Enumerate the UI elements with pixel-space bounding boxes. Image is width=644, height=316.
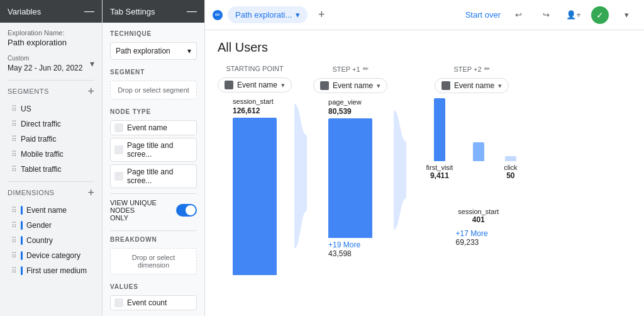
session-start-bar xyxy=(233,118,277,275)
checkmark-icon: ✓ xyxy=(596,10,604,20)
node-type-label: Page title and scree... xyxy=(127,141,192,159)
chevron-down-icon: ▾ xyxy=(281,81,285,89)
variables-header: Variables — xyxy=(0,0,102,23)
start-over-button[interactable]: Start over xyxy=(465,10,501,20)
dimension-color-bar xyxy=(21,251,23,260)
add-tab-button[interactable]: + xyxy=(313,6,330,24)
page-view-value: 80,539 xyxy=(328,107,372,116)
values-label: VALUES xyxy=(110,283,197,290)
chevron-down-icon[interactable]: ▾ xyxy=(90,59,94,69)
node-icon xyxy=(320,81,329,90)
session-start-bar2 xyxy=(473,142,484,161)
tab-settings-content: TECHNIQUE Path exploration ▾ SEGMENT Dro… xyxy=(103,23,204,316)
dimension-label: Device category xyxy=(26,251,80,260)
session-start-value2: 401 xyxy=(472,215,485,224)
node-type-label: NODE TYPE xyxy=(110,108,197,115)
page-view-bar xyxy=(328,118,372,238)
date-section[interactable]: Custom May 22 - Jun 20, 2022 ▾ xyxy=(8,55,94,72)
dimension-color-bar xyxy=(21,266,23,275)
drag-icon: ⠿ xyxy=(11,266,17,275)
segment-item[interactable]: ⠿ Direct traffic xyxy=(8,117,94,131)
node3-label: Event name xyxy=(454,81,494,90)
step1-edit-icon[interactable]: ✏ xyxy=(363,65,369,73)
tab-settings-minimize[interactable]: — xyxy=(187,6,197,16)
view-unique-label: VIEW UNIQUE NODES xyxy=(110,199,176,214)
segment-label: Paid traffic xyxy=(21,135,56,144)
tab-settings-title: Tab Settings xyxy=(110,7,155,16)
tab-chevron-icon: ▾ xyxy=(296,10,300,20)
variables-title: Variables xyxy=(8,7,41,16)
status-icon: ✓ xyxy=(591,6,609,24)
session-start-label2: session_start xyxy=(458,208,499,215)
add-dimension-button[interactable]: + xyxy=(87,187,94,198)
drag-icon: ⠿ xyxy=(11,104,17,113)
node-type-item[interactable]: Event name xyxy=(110,120,197,135)
dimension-item[interactable]: ⠿ Event name xyxy=(8,203,94,217)
value-label: Event count xyxy=(127,298,167,307)
starting-point-label: STARTING POINT xyxy=(226,65,283,72)
node1-label: Event name xyxy=(237,81,277,89)
segment-item[interactable]: ⠿ Paid traffic xyxy=(8,132,94,146)
step2-pill[interactable]: Event name ▾ xyxy=(435,78,509,93)
breakdown-label: BREAKDOWN xyxy=(110,236,197,243)
more1-value: 43,598 xyxy=(328,249,372,258)
tab-settings-panel: Tab Settings — TECHNIQUE Path exploratio… xyxy=(103,0,205,316)
segment-label: Mobile traffic xyxy=(21,150,64,159)
add-segment-button[interactable]: + xyxy=(87,86,94,97)
variables-content: Exploration Name: Path exploration Custo… xyxy=(0,23,102,316)
starting-point-pill[interactable]: Event name ▾ xyxy=(218,77,292,93)
share-button[interactable]: 👤+ xyxy=(564,5,584,25)
breakdown-drop-area[interactable]: Drop or select dimension xyxy=(110,248,197,274)
top-bar: ✏ Path explorati... ▾ + Start over ↩ ↪ 👤… xyxy=(205,0,644,30)
breakdown-placeholder: Drop or select dimension xyxy=(132,254,175,269)
segment-placeholder: Drop or select segment xyxy=(118,86,189,94)
more1-link[interactable]: +19 More xyxy=(328,240,372,249)
chevron-down-icon: ▾ xyxy=(377,82,380,90)
dimensions-title: DIMENSIONS xyxy=(8,189,55,196)
dimension-color-bar xyxy=(21,221,23,230)
dimension-color-bar xyxy=(21,206,23,215)
variables-minimize[interactable]: — xyxy=(84,6,94,16)
dimension-item[interactable]: ⠿ Country xyxy=(8,234,94,247)
step2-edit-icon[interactable]: ✏ xyxy=(484,65,490,73)
dimension-color-bar xyxy=(21,236,23,245)
path-title: All Users xyxy=(218,40,631,55)
node-type-icon xyxy=(114,123,123,132)
segment-drop-area[interactable]: Drop or select segment xyxy=(110,81,197,99)
dimension-item[interactable]: ⠿ Device category xyxy=(8,249,94,262)
node-type-item[interactable]: Page title and scree... xyxy=(110,164,197,188)
session-start-label: session_start xyxy=(233,98,277,105)
more2-link[interactable]: +17 More xyxy=(456,229,488,238)
plus-icon: + xyxy=(318,8,325,21)
click-label: click xyxy=(504,164,517,171)
drag-icon: ⠿ xyxy=(11,251,17,260)
dimension-item[interactable]: ⠿ Gender xyxy=(8,218,94,232)
drag-icon: ⠿ xyxy=(11,206,17,215)
drag-icon: ⠿ xyxy=(11,135,17,144)
segment-item[interactable]: ⠿ US xyxy=(8,102,94,116)
active-tab[interactable]: Path explorati... ▾ xyxy=(228,6,308,23)
segment-item[interactable]: ⠿ Mobile traffic xyxy=(8,147,94,161)
step1-pill[interactable]: Event name ▾ xyxy=(313,78,387,93)
redo-button[interactable]: ↪ xyxy=(536,5,556,25)
view-unique-toggle[interactable] xyxy=(176,204,197,217)
technique-dropdown[interactable]: Path exploration ▾ xyxy=(110,42,197,60)
tab-pencil-icon: ✏ xyxy=(213,10,223,20)
click-value: 50 xyxy=(506,171,514,180)
top-bar-right: Start over ↩ ↪ 👤+ ✓ ▾ xyxy=(465,5,636,25)
dimension-item[interactable]: ⠿ First user medium xyxy=(8,264,94,278)
date-value: May 22 - Jun 20, 2022 xyxy=(8,64,82,72)
node-type-item[interactable]: Page title and scree... xyxy=(110,138,197,162)
path-area: All Users STARTING POINT Event name ▾ se… xyxy=(205,30,644,316)
segment-label: SEGMENT xyxy=(110,69,197,76)
chevron-down-icon: ▾ xyxy=(187,47,191,55)
arrow-connector-2 xyxy=(391,85,409,255)
more-options-button[interactable]: ▾ xyxy=(616,5,636,25)
segment-item[interactable]: ⠿ Tablet traffic xyxy=(8,162,94,176)
chevron-down-icon: ▾ xyxy=(498,82,502,90)
value-item[interactable]: Event count xyxy=(110,295,197,310)
view-unique-nodes-section: VIEW UNIQUE NODES ONLY xyxy=(110,199,197,222)
node-icon xyxy=(441,81,450,90)
drag-icon: ⠿ xyxy=(11,120,17,128)
undo-button[interactable]: ↩ xyxy=(508,5,528,25)
